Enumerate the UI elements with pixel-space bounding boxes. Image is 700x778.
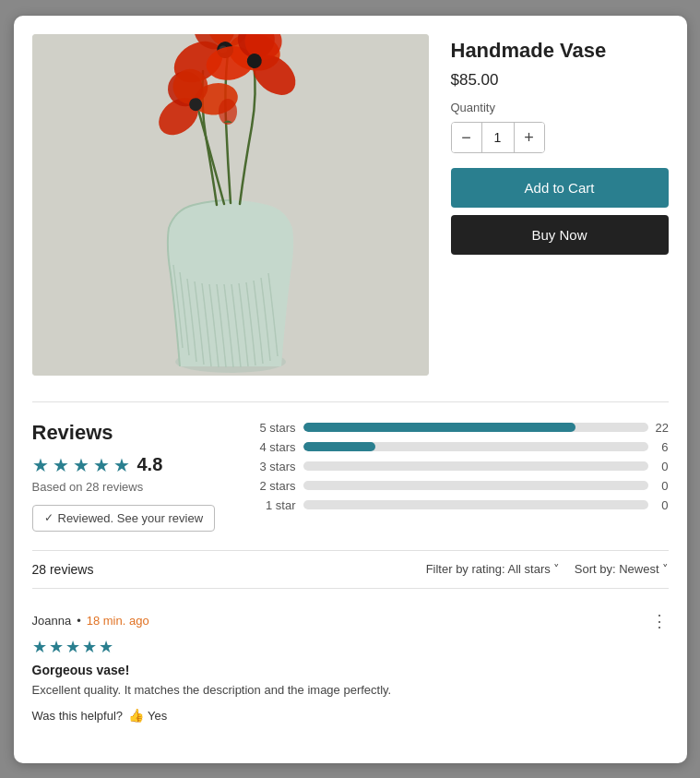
helpful-yes-label: Yes (148, 709, 167, 723)
review-body: Excellent quality. It matches the descri… (32, 681, 669, 700)
bar-label: 5 stars (254, 421, 296, 435)
bar-count: 6 (656, 440, 669, 454)
filters: Filter by rating: All stars ˅ Sort by: N… (426, 562, 669, 576)
quantity-decrease-button[interactable]: − (452, 123, 481, 152)
rating-bar-row: 5 stars 22 (254, 421, 669, 435)
product-page: Handmade Vase $85.00 Quantity − 1 + Add … (14, 16, 687, 763)
quantity-increase-button[interactable]: + (515, 123, 544, 152)
rating-bars: 5 stars 22 4 stars 6 3 stars 0 2 stars 0 (254, 421, 669, 518)
review-star-icon: ★ (99, 637, 113, 657)
filter-chevron-icon: ˅ (553, 562, 560, 576)
buy-now-button[interactable]: Buy Now (451, 215, 669, 255)
rating-bar-row: 2 stars 0 (254, 479, 669, 493)
bar-track (303, 481, 648, 490)
helpful-label: Was this helpful? (32, 709, 124, 723)
star-2-icon: ★ (53, 454, 69, 476)
star-4-icon: ★ (93, 454, 110, 476)
reviews-list-header: 28 reviews Filter by rating: All stars ˅… (32, 550, 669, 589)
review-star-icon: ★ (65, 637, 80, 657)
bar-track (303, 423, 648, 432)
bar-label: 1 star (254, 498, 296, 512)
star-1-icon: ★ (32, 454, 49, 476)
based-on-text: Based on 28 reviews (32, 480, 217, 494)
bar-fill (303, 423, 575, 432)
reviewer-separator: • (77, 614, 81, 628)
product-info-panel: Handmade Vase $85.00 Quantity − 1 + Add … (451, 34, 669, 376)
star-5-half-icon: ★ (113, 454, 130, 476)
review-title: Gorgeous vase! (32, 663, 669, 677)
reviewer-name: Joanna (32, 614, 72, 628)
star-3-icon: ★ (73, 454, 89, 476)
product-title: Handmade Vase (451, 38, 669, 65)
bar-count: 0 (656, 498, 669, 512)
bar-count: 22 (656, 421, 669, 435)
review-item: Joanna • 18 min. ago ⋮ ★★★★★ Gorgeous va… (32, 604, 669, 738)
bar-track (303, 461, 648, 471)
review-star-icon: ★ (82, 637, 97, 657)
add-to-cart-button[interactable]: Add to Cart (451, 168, 669, 208)
overall-stars-row: ★ ★ ★ ★ ★ 4.8 (32, 454, 217, 476)
sort-label: Sort by: Newest (575, 562, 659, 576)
bar-label: 4 stars (254, 440, 296, 454)
quantity-control: − 1 + (451, 122, 545, 153)
rating-bar-row: 4 stars 6 (254, 440, 669, 454)
bar-fill (303, 442, 376, 451)
bar-track (303, 500, 648, 509)
rating-bar-row: 3 stars 0 (254, 460, 669, 473)
bar-track (303, 442, 648, 451)
bar-label: 2 stars (254, 479, 296, 493)
check-icon: ✓ (44, 511, 53, 524)
overall-rating: 4.8 (137, 454, 163, 475)
reviews-left: Reviews ★ ★ ★ ★ ★ 4.8 Based on 28 review… (32, 421, 217, 532)
sort-chevron-icon: ˅ (662, 562, 669, 576)
rating-bar-row: 1 star 0 (254, 498, 669, 512)
quantity-label: Quantity (451, 101, 669, 114)
reviews-title: Reviews (32, 421, 217, 445)
review-star-icon: ★ (32, 637, 47, 657)
reviews-count: 28 reviews (32, 562, 94, 577)
product-top-section: Handmade Vase $85.00 Quantity − 1 + Add … (32, 34, 669, 376)
filter-label: Filter by rating: All stars (426, 562, 551, 576)
product-image (32, 34, 429, 376)
thumbs-up-icon: 👍 (128, 708, 144, 723)
more-options-icon[interactable]: ⋮ (651, 611, 669, 631)
reviewer-info: Joanna • 18 min. ago (32, 614, 149, 628)
reviewer-time: 18 min. ago (87, 614, 149, 628)
filter-by-rating-button[interactable]: Filter by rating: All stars ˅ (426, 562, 560, 576)
helpful-yes-button[interactable]: 👍 Yes (128, 708, 167, 723)
reviewed-badge[interactable]: ✓ Reviewed. See your review (32, 505, 216, 532)
reviews-list: Joanna • 18 min. ago ⋮ ★★★★★ Gorgeous va… (32, 604, 669, 738)
reviews-header: Reviews ★ ★ ★ ★ ★ 4.8 Based on 28 review… (32, 421, 669, 532)
bar-label: 3 stars (254, 460, 296, 473)
bar-count: 0 (656, 479, 669, 493)
review-star-icon: ★ (49, 637, 64, 657)
quantity-value: 1 (481, 123, 515, 152)
bar-count: 0 (656, 460, 669, 473)
reviews-section: Reviews ★ ★ ★ ★ ★ 4.8 Based on 28 review… (32, 401, 669, 738)
reviewed-badge-label: Reviewed. See your review (58, 511, 204, 525)
sort-by-button[interactable]: Sort by: Newest ˅ (575, 562, 669, 576)
product-price: $85.00 (451, 71, 669, 90)
review-stars: ★★★★★ (32, 637, 669, 657)
review-meta: Joanna • 18 min. ago ⋮ (32, 611, 669, 631)
helpful-row: Was this helpful? 👍 Yes (32, 708, 669, 723)
